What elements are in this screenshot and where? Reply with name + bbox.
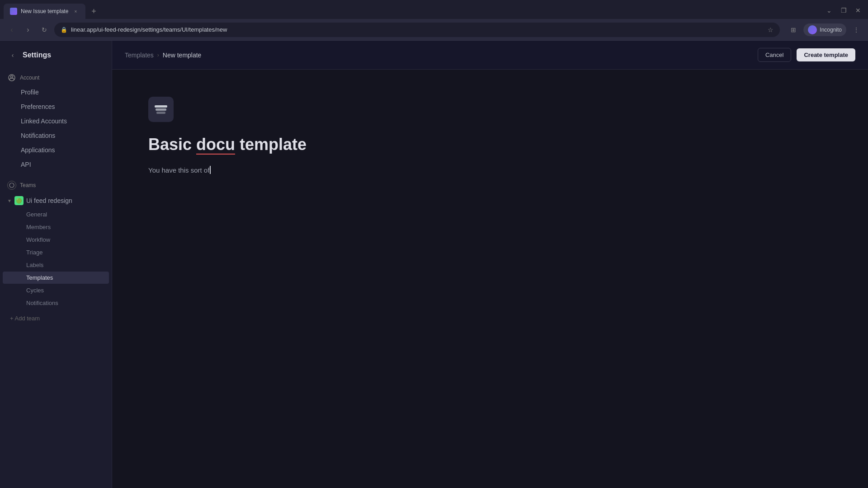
tab-favicon xyxy=(10,8,17,15)
nav-actions: ⊞ Incognito ⋮ xyxy=(787,23,863,36)
svg-rect-2 xyxy=(9,183,14,188)
team-expand-row[interactable]: ▼ 🟢 Ui feed redesign xyxy=(0,193,112,208)
sidebar-item-labels[interactable]: Labels xyxy=(3,259,109,271)
account-section-header: Account xyxy=(0,68,112,85)
bookmark-icon[interactable]: ☆ xyxy=(768,26,774,33)
api-label: API xyxy=(21,161,31,168)
preferences-label: Preferences xyxy=(21,103,55,110)
sidebar-item-general[interactable]: General xyxy=(3,208,109,221)
window-close-button[interactable]: ✕ xyxy=(852,4,864,17)
profile-label: Profile xyxy=(21,89,39,96)
teams-icon xyxy=(7,181,16,190)
breadcrumb-current: New template xyxy=(163,52,202,59)
breadcrumb-separator: › xyxy=(157,52,159,58)
account-section-label: Account xyxy=(20,75,39,81)
main-content: Templates › New template Cancel Create t… xyxy=(112,41,868,488)
sidebar-item-team-notifications[interactable]: Notifications xyxy=(3,297,109,309)
sidebar-item-notifications[interactable]: Notifications xyxy=(3,129,109,142)
sidebar-item-cycles[interactable]: Cycles xyxy=(3,284,109,296)
stack-layer-2 xyxy=(156,108,166,111)
sidebar: ‹ Settings Account Profile Preferences L… xyxy=(0,41,112,488)
profile-button[interactable]: Incognito xyxy=(803,23,846,36)
app-container: ‹ Settings Account Profile Preferences L… xyxy=(0,41,868,488)
team-emoji: 🟢 xyxy=(14,196,24,205)
window-controls: ⌄ ❐ ✕ xyxy=(823,4,864,19)
sidebar-item-api[interactable]: API xyxy=(3,158,109,171)
avatar xyxy=(808,25,817,34)
sidebar-title: Settings xyxy=(23,51,51,59)
template-icon[interactable] xyxy=(148,97,174,122)
linked-accounts-label: Linked Accounts xyxy=(21,117,67,125)
back-button[interactable]: ‹ xyxy=(5,23,18,36)
stack-layer-1 xyxy=(155,105,167,108)
body-text: You have this sort of xyxy=(148,166,209,174)
template-icon-container xyxy=(148,97,832,122)
team-name: Ui feed redesign xyxy=(26,197,72,204)
sidebar-item-triage[interactable]: Triage xyxy=(3,246,109,258)
window-minimize-button[interactable]: ⌄ xyxy=(823,4,835,17)
stack-layer-3 xyxy=(156,112,165,114)
extensions-button[interactable]: ⊞ xyxy=(787,23,800,36)
svg-point-1 xyxy=(11,76,13,78)
topbar-actions: Cancel Create template xyxy=(758,48,855,62)
sidebar-item-workflow[interactable]: Workflow xyxy=(3,234,109,246)
tab-close-button[interactable]: × xyxy=(72,8,79,15)
lock-icon: 🔒 xyxy=(61,27,67,33)
applications-label: Applications xyxy=(21,146,55,154)
template-editor: Basic docu template You have this sort o… xyxy=(112,70,868,488)
title-text-spell-error: docu xyxy=(196,135,235,155)
address-input[interactable] xyxy=(71,26,764,33)
notifications-label: Notifications xyxy=(21,132,55,139)
profile-label: Incognito xyxy=(820,27,842,33)
sidebar-item-templates[interactable]: Templates xyxy=(3,272,109,284)
content-topbar: Templates › New template Cancel Create t… xyxy=(112,41,868,70)
new-tab-button[interactable]: + xyxy=(87,5,100,18)
address-bar-container[interactable]: 🔒 ☆ xyxy=(54,23,780,37)
title-text-normal-2: template xyxy=(235,135,307,154)
sidebar-item-linked-accounts[interactable]: Linked Accounts xyxy=(3,114,109,128)
sidebar-header: ‹ Settings xyxy=(0,48,112,68)
breadcrumb-parent[interactable]: Templates xyxy=(125,52,154,59)
sidebar-back-button[interactable]: ‹ xyxy=(7,50,18,61)
add-team-label: + Add team xyxy=(10,315,40,322)
teams-section-label: Teams xyxy=(20,182,36,188)
sidebar-item-applications[interactable]: Applications xyxy=(3,143,109,157)
stack-icon xyxy=(155,105,167,114)
create-template-button[interactable]: Create template xyxy=(797,48,855,61)
template-body[interactable]: You have this sort of xyxy=(148,165,832,176)
browser-chrome: New Issue template × + ⌄ ❐ ✕ ‹ › ↻ 🔒 ☆ ⊞… xyxy=(0,0,868,41)
sidebar-item-preferences[interactable]: Preferences xyxy=(3,100,109,113)
tab-title: New Issue template xyxy=(21,8,68,14)
navigation-bar: ‹ › ↻ 🔒 ☆ ⊞ Incognito ⋮ xyxy=(0,19,868,41)
title-text-normal-1: Basic xyxy=(148,135,196,154)
cancel-button[interactable]: Cancel xyxy=(758,48,791,62)
active-tab[interactable]: New Issue template × xyxy=(4,4,85,19)
forward-button[interactable]: › xyxy=(22,23,34,36)
sidebar-item-profile[interactable]: Profile xyxy=(3,85,109,99)
tab-bar: New Issue template × + ⌄ ❐ ✕ xyxy=(0,0,868,19)
menu-button[interactable]: ⋮ xyxy=(850,23,863,36)
template-title[interactable]: Basic docu template xyxy=(148,135,832,154)
account-icon xyxy=(7,73,16,82)
chevron-down-icon: ▼ xyxy=(7,198,12,203)
breadcrumb: Templates › New template xyxy=(125,52,201,59)
add-team-button[interactable]: + Add team xyxy=(3,311,109,325)
text-cursor xyxy=(210,166,211,174)
sidebar-item-members[interactable]: Members xyxy=(3,221,109,233)
teams-section: Teams ▼ 🟢 Ui feed redesign General Membe… xyxy=(0,177,112,310)
window-maximize-button[interactable]: ❐ xyxy=(837,4,850,17)
refresh-button[interactable]: ↻ xyxy=(38,23,51,36)
teams-section-header: Teams xyxy=(0,177,112,193)
